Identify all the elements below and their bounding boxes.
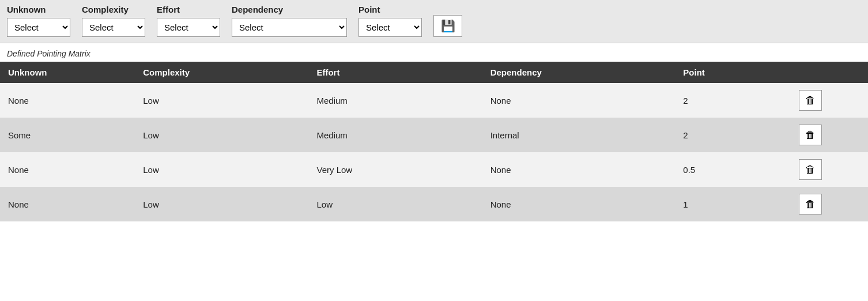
header-dependency: Dependency [482, 62, 675, 83]
table-row: NoneLowLowNone1🗑 [0, 187, 868, 221]
cell-point: 2 [675, 118, 791, 152]
cell-effort: Very Low [308, 152, 482, 187]
cell-unknown: None [0, 83, 135, 118]
cell-complexity: Low [135, 118, 308, 152]
cell-action: 🗑 [791, 118, 868, 152]
table-row: NoneLowMediumNone2🗑 [0, 83, 868, 118]
cell-dependency: None [482, 152, 675, 187]
cell-point: 0.5 [675, 152, 791, 187]
save-button[interactable]: 💾 [433, 15, 462, 37]
table-row: SomeLowMediumInternal2🗑 [0, 118, 868, 152]
effort-select[interactable]: Select Very Low Low Medium High [157, 18, 220, 37]
unknown-selector-group: Unknown Select None Some High [7, 5, 70, 37]
effort-selector-group: Effort Select Very Low Low Medium High [157, 5, 220, 37]
dependency-select[interactable]: Select None Internal External [232, 18, 347, 37]
header-complexity: Complexity [135, 62, 308, 83]
delete-button[interactable]: 🗑 [799, 90, 822, 111]
unknown-label: Unknown [7, 5, 70, 14]
cell-effort: Medium [308, 83, 482, 118]
header-action [791, 62, 868, 83]
cell-effort: Low [308, 187, 482, 221]
point-label: Point [358, 5, 422, 14]
cell-dependency: None [482, 187, 675, 221]
dependency-label: Dependency [232, 5, 347, 14]
selector-bar: Unknown Select None Some High Complexity… [0, 0, 868, 43]
header-effort: Effort [308, 62, 482, 83]
cell-dependency: Internal [482, 118, 675, 152]
header-unknown: Unknown [0, 62, 135, 83]
cell-dependency: None [482, 83, 675, 118]
cell-action: 🗑 [791, 83, 868, 118]
trash-icon: 🗑 [805, 198, 816, 210]
table-header-row: Unknown Complexity Effort Dependency Poi… [0, 62, 868, 83]
delete-button[interactable]: 🗑 [799, 194, 822, 215]
cell-effort: Medium [308, 118, 482, 152]
cell-point: 2 [675, 83, 791, 118]
trash-icon: 🗑 [805, 164, 816, 176]
complexity-select[interactable]: Select Low Medium High [82, 18, 145, 37]
cell-complexity: Low [135, 83, 308, 118]
matrix-table: Unknown Complexity Effort Dependency Poi… [0, 62, 868, 221]
dependency-selector-group: Dependency Select None Internal External [232, 5, 347, 37]
complexity-selector-group: Complexity Select Low Medium High [82, 5, 145, 37]
save-icon: 💾 [441, 19, 455, 33]
point-select[interactable]: Select 0.5 1 2 3 5 8 [358, 18, 422, 37]
cell-complexity: Low [135, 187, 308, 221]
cell-unknown: None [0, 152, 135, 187]
cell-unknown: None [0, 187, 135, 221]
trash-icon: 🗑 [805, 129, 816, 141]
cell-action: 🗑 [791, 187, 868, 221]
header-point: Point [675, 62, 791, 83]
table-row: NoneLowVery LowNone0.5🗑 [0, 152, 868, 187]
point-selector-group: Point Select 0.5 1 2 3 5 8 [358, 5, 422, 37]
cell-unknown: Some [0, 118, 135, 152]
trash-icon: 🗑 [805, 95, 816, 107]
cell-action: 🗑 [791, 152, 868, 187]
cell-point: 1 [675, 187, 791, 221]
matrix-label: Defined Pointing Matrix [0, 43, 868, 62]
cell-complexity: Low [135, 152, 308, 187]
delete-button[interactable]: 🗑 [799, 159, 822, 180]
delete-button[interactable]: 🗑 [799, 125, 822, 145]
unknown-select[interactable]: Select None Some High [7, 18, 70, 37]
complexity-label: Complexity [82, 5, 145, 14]
effort-label: Effort [157, 5, 220, 14]
